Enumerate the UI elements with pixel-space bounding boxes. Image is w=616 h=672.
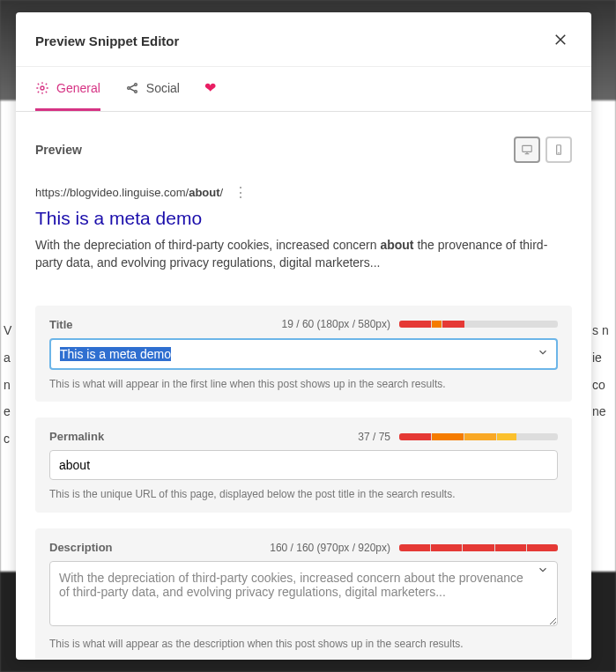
chevron-down-icon xyxy=(537,346,549,358)
title-help: This is what will appear in the first li… xyxy=(49,377,558,392)
serp-url: https://blogvideo.linguise.com/about/ ⋮ xyxy=(35,184,572,201)
serp-menu-icon[interactable]: ⋮ xyxy=(234,184,248,201)
chevron-down-icon xyxy=(537,564,549,576)
svg-point-1 xyxy=(127,86,130,89)
description-dropdown-toggle[interactable] xyxy=(537,564,549,580)
title-meter xyxy=(399,321,558,328)
title-card: Title 19 / 60 (180px / 580px) This is a … xyxy=(35,306,572,402)
serp-preview: https://blogvideo.linguise.com/about/ ⋮ … xyxy=(35,179,572,290)
mobile-icon xyxy=(553,144,565,156)
close-button[interactable] xyxy=(549,28,572,54)
device-toggle-group xyxy=(514,137,572,163)
description-card: Description 160 / 160 (970px / 920px) Th… xyxy=(35,528,572,660)
serp-url-text: https://blogvideo.linguise.com/about/ xyxy=(35,186,223,199)
snippet-editor-modal: Preview Snippet Editor General Social ❤ … xyxy=(16,12,591,660)
description-label: Description xyxy=(49,541,113,554)
title-input[interactable]: This is a meta demo xyxy=(49,338,558,370)
description-meter xyxy=(399,544,558,551)
permalink-help: This is the unique URL of this page, dis… xyxy=(49,487,558,502)
title-label: Title xyxy=(49,318,73,331)
permalink-count: 37 / 75 xyxy=(358,431,390,443)
description-count: 160 / 160 (970px / 920px) xyxy=(270,542,390,554)
description-textarea[interactable] xyxy=(49,561,558,626)
title-dropdown-toggle[interactable] xyxy=(537,346,549,362)
bg-right-text: s niecone xyxy=(592,317,609,425)
svg-point-6 xyxy=(559,152,560,153)
modal-header: Preview Snippet Editor xyxy=(16,12,591,67)
preview-heading: Preview xyxy=(35,143,82,157)
svg-point-3 xyxy=(134,90,137,92)
tab-general[interactable]: General xyxy=(35,67,100,111)
modal-title: Preview Snippet Editor xyxy=(35,33,179,48)
permalink-meter xyxy=(399,433,558,440)
svg-rect-4 xyxy=(523,145,532,151)
permalink-input[interactable] xyxy=(49,450,558,480)
permalink-card: Permalink 37 / 75 This is the unique URL… xyxy=(35,417,572,513)
modal-body[interactable]: Preview https://blogvideo.linguise.com/a… xyxy=(16,112,591,660)
tab-favorite[interactable]: ❤ xyxy=(204,67,216,111)
share-icon xyxy=(125,81,139,95)
permalink-label: Permalink xyxy=(49,430,104,443)
tab-general-label: General xyxy=(56,81,100,95)
tab-social[interactable]: Social xyxy=(125,67,180,111)
preview-section: Preview https://blogvideo.linguise.com/a… xyxy=(35,112,572,290)
desktop-icon xyxy=(521,144,533,156)
tab-social-label: Social xyxy=(146,81,180,95)
desktop-toggle[interactable] xyxy=(514,137,540,163)
svg-point-0 xyxy=(41,86,44,90)
mobile-toggle[interactable] xyxy=(545,137,572,163)
close-icon xyxy=(553,32,568,48)
serp-title: This is a meta demo xyxy=(35,208,572,229)
gear-icon xyxy=(35,81,49,95)
title-count: 19 / 60 (180px / 580px) xyxy=(282,318,390,330)
tab-bar: General Social ❤ xyxy=(16,67,591,112)
svg-point-2 xyxy=(134,83,137,85)
serp-description: With the depreciation of third-party coo… xyxy=(35,236,572,272)
heart-icon: ❤ xyxy=(204,79,216,96)
description-help: This is what will appear as the descript… xyxy=(49,637,558,652)
